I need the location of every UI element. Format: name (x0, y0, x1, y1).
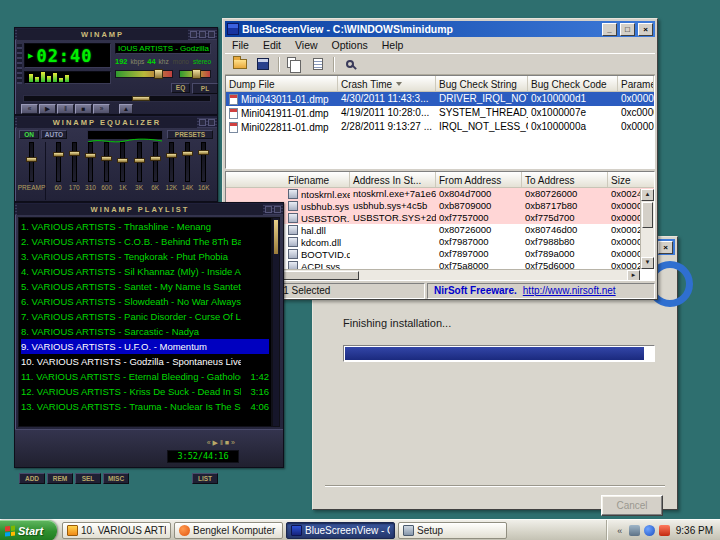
playlist-titlebar[interactable]: WINAMP PLAYLIST (15, 203, 283, 215)
eq-slider-thumb[interactable] (101, 156, 112, 161)
eq-slider-thumb[interactable] (85, 153, 96, 158)
eq-band-slider[interactable]: 60 (50, 142, 66, 200)
playlist-item[interactable]: 9. VARIOUS ARTISTS - U.F.O. - Momentum (21, 339, 269, 354)
properties-button[interactable] (307, 55, 328, 73)
close-button[interactable]: × (638, 23, 653, 36)
misc-button[interactable]: MISC (103, 473, 129, 484)
playlist-shade-button[interactable] (265, 206, 272, 213)
column-bug-check-code[interactable]: Bug Check Code (528, 76, 618, 91)
eq-band-slider[interactable]: 16K (196, 142, 212, 200)
balance-slider[interactable] (179, 70, 211, 78)
open-folder-button[interactable] (229, 55, 250, 73)
playlist-scroll-thumb[interactable] (274, 220, 278, 254)
setup-close-button[interactable]: × (658, 241, 673, 254)
scroll-down-icon[interactable]: ▼ (641, 257, 654, 269)
menu-options[interactable]: Options (325, 39, 375, 51)
eq-band-slider[interactable]: 6K (147, 142, 163, 200)
column-size[interactable]: Size (608, 172, 640, 187)
eq-slider-thumb[interactable] (26, 157, 37, 162)
menu-file[interactable]: File (225, 39, 256, 51)
taskbar-task-winamp[interactable]: 10. VARIOUS ARTISTS - ... (62, 522, 171, 539)
eq-on-button[interactable]: ON (19, 130, 39, 139)
column-dump-file[interactable]: Dump File (226, 76, 338, 91)
volume-slider[interactable] (115, 70, 173, 78)
eq-slider-thumb[interactable] (53, 152, 64, 157)
remove-button[interactable]: REM (47, 473, 73, 484)
driver-row[interactable]: BOOTVID.dll0xf78970000xf789a0000x0000300… (226, 248, 654, 260)
equalizer-close-button[interactable] (208, 119, 215, 126)
playlist-item[interactable]: 1. VARIOUS ARTISTS - Thrashline - Menang (21, 219, 269, 234)
bsv-titlebar[interactable]: BlueScreenView - C:\WINDOWS\minidump _ □… (225, 21, 655, 37)
winamp-minimize-button[interactable] (190, 31, 197, 38)
eq-slider-thumb[interactable] (117, 158, 128, 163)
playlist-scrollbar[interactable] (272, 217, 280, 427)
eq-slider-thumb[interactable] (134, 158, 145, 163)
add-button[interactable]: ADD (19, 473, 45, 484)
tray-antivirus-icon[interactable] (659, 525, 670, 536)
playlist-item[interactable]: 5. VARIOUS ARTISTS - Santet - My Name Is… (21, 279, 269, 294)
next-button[interactable]: » (93, 104, 110, 114)
scrollbar-thumb[interactable] (642, 202, 653, 228)
eq-band-slider[interactable]: 14K (180, 142, 196, 200)
seek-thumb[interactable] (132, 96, 150, 101)
menu-edit[interactable]: Edit (256, 39, 288, 51)
previous-button[interactable]: « (21, 104, 38, 114)
tray-messenger-icon[interactable] (644, 525, 655, 536)
track-title-display[interactable]: IOUS ARTISTS - Godzilla - Spo (115, 43, 211, 54)
column-crash-time[interactable]: Crash Time (338, 76, 436, 91)
eq-band-slider[interactable]: 170 (66, 142, 82, 200)
playlist-item[interactable]: 11. VARIOUS ARTISTS - Eternal Bleeding -… (21, 369, 269, 384)
playlist-item[interactable]: 13. VARIOUS ARTISTS - Trauma - Nuclear I… (21, 399, 269, 414)
column-parameter-1[interactable]: Parameter 1 (618, 76, 654, 91)
eq-presets-button[interactable]: PRESETS (167, 130, 213, 139)
eq-slider-thumb[interactable] (69, 151, 80, 156)
eq-auto-button[interactable]: AUTO (41, 130, 67, 139)
list-button[interactable]: LIST (192, 473, 218, 484)
eq-band-slider[interactable]: 1K (115, 142, 131, 200)
vertical-scrollbar[interactable]: ▲ ▼ (640, 189, 654, 269)
eq-slider-thumb[interactable] (150, 156, 161, 161)
scroll-up-icon[interactable]: ▲ (641, 189, 654, 201)
eq-toggle-button[interactable]: EQ (171, 83, 190, 93)
find-button[interactable] (339, 55, 360, 73)
playlist-close-button[interactable] (274, 206, 281, 213)
driver-row[interactable]: usbhub.sysusbhub.sys+4c5b0xb87090000xb87… (226, 200, 654, 212)
mini-next-icon[interactable]: » (231, 439, 237, 446)
clutterbar[interactable] (17, 44, 22, 84)
playlist-item[interactable]: 8. VARIOUS ARTISTS - Sarcastic - Nadya (21, 324, 269, 339)
start-button[interactable]: Start (0, 520, 57, 540)
scroll-right-icon[interactable]: ► (627, 270, 640, 281)
maximize-button[interactable]: □ (620, 23, 635, 36)
taskbar-task-setup[interactable]: Setup (398, 522, 507, 539)
eq-band-slider[interactable]: 3K (131, 142, 147, 200)
stop-button[interactable]: ■ (75, 104, 92, 114)
column-filename[interactable]: Filename (226, 172, 350, 187)
playlist-item[interactable]: 4. VARIOUS ARTISTS - Sil Khannaz (Mly) -… (21, 264, 269, 279)
save-button[interactable] (252, 55, 273, 73)
taskbar-task-bluescreenview[interactable]: BlueScreenView - C:\... (286, 522, 395, 539)
eq-band-slider[interactable]: 12K (163, 142, 179, 200)
playlist-item[interactable]: 12. VARIOUS ARTISTS - Kriss De Suck - De… (21, 384, 269, 399)
winamp-main-titlebar[interactable]: WINAMP (15, 28, 217, 40)
crash-row[interactable]: Mini041911-01.dmp4/19/2011 10:28:0...SYS… (226, 106, 654, 120)
tray-network-icon[interactable] (629, 525, 640, 536)
crash-row[interactable]: Mini043011-01.dmp4/30/2011 11:43:3...DRI… (226, 92, 654, 106)
volume-thumb[interactable] (154, 69, 163, 79)
eq-slider-thumb[interactable] (198, 150, 209, 155)
driver-row[interactable]: kdcom.dll0xf79870000xf7988b800x00001b80 (226, 236, 654, 248)
equalizer-titlebar[interactable]: WINAMP EQUALIZER (15, 116, 217, 128)
nirsoft-link[interactable]: http://www.nirsoft.net (523, 285, 616, 296)
spectrum-visualizer-icon[interactable] (24, 71, 111, 84)
winamp-shade-button[interactable] (199, 31, 206, 38)
playlist-item[interactable]: 3. VARIOUS ARTISTS - Tengkorak - Phut Ph… (21, 249, 269, 264)
cancel-button[interactable]: Cancel (601, 495, 663, 516)
copy-button[interactable] (284, 55, 305, 73)
taskbar-task-kaskus[interactable]: Bengkel Komputer Kasku... (174, 522, 283, 539)
playlist-toggle-button[interactable]: PL (192, 83, 218, 94)
playlist-item[interactable]: 6. VARIOUS ARTISTS - Slowdeath - No War … (21, 294, 269, 309)
crash-row[interactable]: Mini022811-01.dmp2/28/2011 9:13:27 ...IR… (226, 120, 654, 134)
column-to-address[interactable]: To Address (522, 172, 608, 187)
driver-row[interactable]: ntoskrnl.exentoskrnl.exe+7a1e60x804d7000… (226, 188, 654, 200)
winamp-close-button[interactable] (208, 31, 215, 38)
playlist-item[interactable]: 7. VARIOUS ARTISTS - Panic Disorder - Cu… (21, 309, 269, 324)
